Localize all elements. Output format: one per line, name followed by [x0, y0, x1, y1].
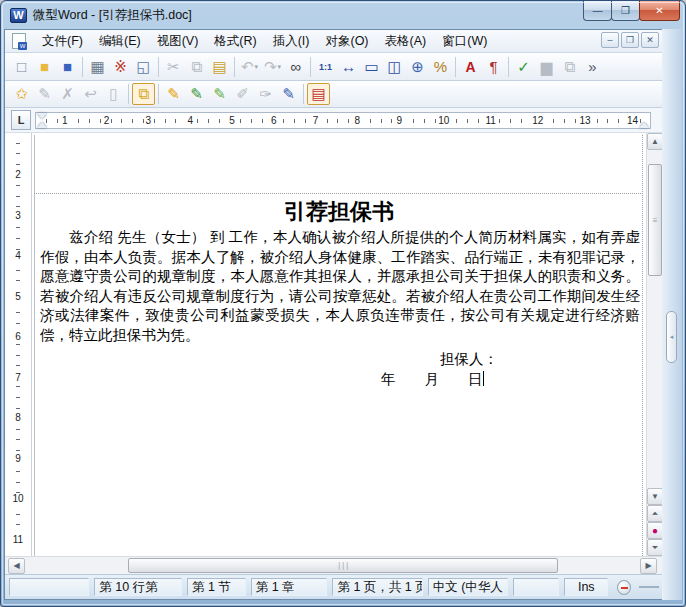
new-document-icon[interactable]: □: [10, 56, 33, 78]
toolbar-separator: [234, 57, 235, 77]
revision-pages-icon[interactable]: ⧉: [132, 83, 155, 105]
toolbar-separator: [303, 84, 304, 104]
menu-item-w[interactable]: 窗口(W): [434, 31, 495, 52]
print-icon[interactable]: ▦: [86, 56, 109, 78]
reject-annotation-icon: ✐: [231, 83, 254, 105]
spell-check-icon[interactable]: ✓: [512, 56, 535, 78]
status-indicator-line: [639, 586, 659, 588]
close-button[interactable]: ✕: [639, 1, 680, 21]
select-browse-object-button[interactable]: ●: [647, 522, 663, 539]
ruler-number-12: 12: [530, 113, 545, 128]
scroll-up-button[interactable]: ▲: [647, 133, 663, 150]
mdi-minimize-button[interactable]: –: [601, 32, 619, 48]
first-line-indent-marker[interactable]: [37, 113, 47, 119]
right-indent-marker[interactable]: [639, 122, 649, 128]
menu-item-f[interactable]: 文件(F): [34, 31, 91, 52]
minimize-button[interactable]: —: [583, 1, 612, 21]
toolbar-separator: [310, 57, 311, 77]
undo-icon: ↶▾: [238, 56, 261, 78]
ruler-number-3: 3: [144, 113, 154, 128]
document-area: 234567891011 引荐担保书 兹介绍 先生（女士） 到 工作，本人确认被…: [5, 133, 663, 556]
ruler-number-8: 8: [15, 412, 21, 424]
next-revision-page-icon: ▯: [102, 83, 125, 105]
window-title: 微型Word - [引荐担保书.doc]: [33, 7, 192, 24]
fit-width-icon[interactable]: ↔: [337, 56, 360, 78]
ruler-number-3: 3: [15, 210, 21, 222]
status-line-column: 第 10 行第: [94, 578, 182, 596]
hanging-indent-marker[interactable]: [37, 122, 47, 128]
pane-splitter-handle[interactable]: ◂: [666, 311, 677, 363]
menu-item-o[interactable]: 对象(O): [317, 31, 376, 52]
menu-item-r[interactable]: 格式(R): [206, 31, 264, 52]
ruler-number-8: 8: [353, 113, 363, 128]
mdi-close-button[interactable]: ✕: [641, 32, 659, 48]
copy-icon: ⧉: [185, 56, 208, 78]
paste-icon[interactable]: ▤: [208, 56, 231, 78]
status-chapter: 第 1 章: [251, 578, 328, 596]
more-buttons-icon[interactable]: »: [581, 56, 604, 78]
zoom-percent-icon[interactable]: %: [429, 56, 452, 78]
standard-toolbar: □■■▦※◱✂⧉▤↶▾↷▾∞1:1↔▭◫⊕%A¶✓▆⧉»: [5, 53, 663, 81]
text-boundary-right: [642, 135, 643, 556]
paragraph-format-icon[interactable]: ¶: [482, 56, 505, 78]
font-color-icon[interactable]: A: [459, 56, 482, 78]
open-folder-icon[interactable]: ■: [33, 56, 56, 78]
ruler-number-10: 10: [12, 493, 23, 505]
previous-page-button[interactable]: ⏶: [647, 505, 663, 522]
menu-item-e[interactable]: 编辑(E): [91, 31, 149, 52]
titlebar[interactable]: W 微型Word - [引荐担保书.doc] — ❐ ✕: [1, 1, 685, 29]
horizontal-scroll-thumb[interactable]: ∣∣∣: [128, 558, 558, 573]
chart-icon: ▆: [535, 56, 558, 78]
prev-annotation-icon[interactable]: ✎: [185, 83, 208, 105]
dropdown-caret-icon[interactable]: ▾: [255, 63, 259, 71]
statusbar: 第 10 行第 第 1 节 第 1 章 第 1 页，共 1 页 中文 (中华人 …: [5, 574, 663, 599]
revision-toolbar: ✩✎✗↩▯⧉✎✎✎✐✑✎▤: [5, 81, 663, 108]
toolbar-separator: [508, 57, 509, 77]
ruler-number-7: 7: [15, 372, 21, 384]
toolbar-separator: [455, 57, 456, 77]
tab-stop-selector[interactable]: L: [11, 110, 31, 130]
ruler-number-9: 9: [15, 453, 21, 465]
new-annotation-icon[interactable]: ✎: [162, 83, 185, 105]
zoom-100-icon[interactable]: 1:1: [314, 56, 337, 78]
redo-icon: ↷▾: [261, 56, 284, 78]
two-pages-icon[interactable]: ◫: [383, 56, 406, 78]
vertical-scroll-thumb[interactable]: ≡: [648, 164, 662, 276]
ruler-number-9: 9: [394, 113, 404, 128]
track-changes-icon[interactable]: ▤: [307, 83, 330, 105]
toolbar-separator: [82, 57, 83, 77]
scroll-left-button[interactable]: ◀: [8, 558, 25, 574]
horizontal-scrollbar[interactable]: ◀ ∣∣∣ ▶: [5, 556, 663, 574]
dropdown-caret-icon[interactable]: ▾: [278, 63, 282, 71]
mdi-restore-button[interactable]: ❐: [621, 32, 639, 48]
next-annotation-icon[interactable]: ✎: [208, 83, 231, 105]
ruler-number-1: 1: [60, 113, 70, 128]
menu-item-a[interactable]: 表格(A): [377, 31, 435, 52]
horizontal-ruler: 1234567891011121314: [35, 112, 651, 129]
vertical-scrollbar[interactable]: ▲ ≡ ▼ ⏶ ● ⏷: [646, 133, 663, 556]
annotation-list-icon[interactable]: ✎: [277, 83, 300, 105]
ruler-number-2: 2: [102, 113, 112, 128]
ruler-number-4: 4: [185, 113, 195, 128]
pdf-export-icon[interactable]: ※: [109, 56, 132, 78]
print-preview-icon[interactable]: ◱: [132, 56, 155, 78]
ruler-number-5: 5: [227, 113, 237, 128]
next-page-button[interactable]: ⏷: [647, 539, 663, 556]
zoom-in-icon[interactable]: ⊕: [406, 56, 429, 78]
ruler-row: L 1234567891011121314: [5, 108, 663, 133]
status-insert-mode[interactable]: Ins: [564, 578, 608, 596]
document-page[interactable]: 引荐担保书 兹介绍 先生（女士） 到 工作，本人确认被介绍人所提供的个人简历材料…: [32, 133, 646, 556]
whole-page-icon[interactable]: ▭: [360, 56, 383, 78]
scroll-down-button[interactable]: ▼: [647, 488, 663, 505]
document-icon[interactable]: [12, 33, 26, 49]
edit-revision-icon: ✎: [33, 83, 56, 105]
menu-item-i[interactable]: 插入(I): [265, 31, 318, 52]
toolbar-separator: [128, 84, 129, 104]
find-icon[interactable]: ∞: [284, 56, 307, 78]
document-title: 引荐担保书: [42, 199, 636, 225]
scroll-right-button[interactable]: ▶: [640, 558, 657, 574]
save-icon[interactable]: ■: [56, 56, 79, 78]
insert-revision-icon[interactable]: ✩: [10, 83, 33, 105]
menu-item-v[interactable]: 视图(V): [149, 31, 207, 52]
maximize-button[interactable]: ❐: [611, 1, 640, 21]
